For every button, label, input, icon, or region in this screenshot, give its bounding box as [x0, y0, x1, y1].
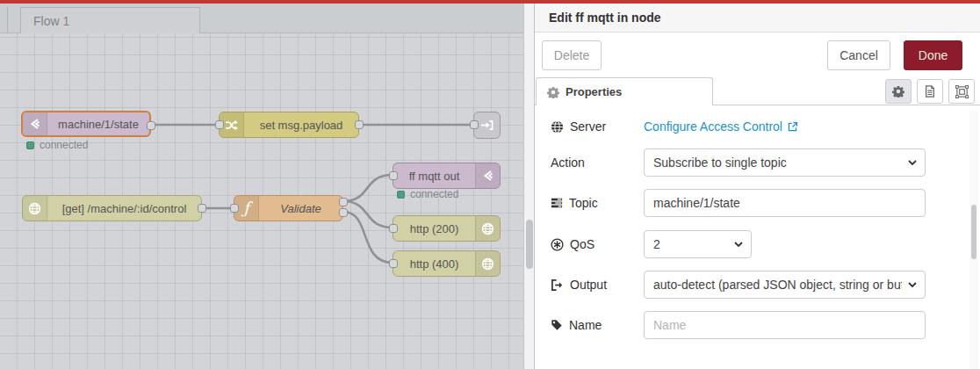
- globe-icon: [475, 251, 500, 276]
- sign-out-icon: [551, 279, 564, 292]
- delete-button[interactable]: Delete: [542, 40, 602, 70]
- topic-label: Topic: [551, 189, 598, 217]
- mqtt-icon: [23, 112, 47, 135]
- input-port[interactable]: [389, 224, 398, 233]
- name-label: Name: [551, 311, 602, 339]
- tab-label: Properties: [566, 85, 622, 98]
- appearance-button[interactable]: [948, 79, 975, 104]
- node-label: Validate: [259, 202, 342, 215]
- tray-scrollbar[interactable]: [969, 111, 978, 369]
- tab-flow-1[interactable]: Flow 1: [20, 7, 200, 34]
- output-port[interactable]: [198, 204, 206, 213]
- globe-icon: [23, 196, 47, 221]
- node-label: [get] /machine/:id/control: [47, 202, 201, 215]
- description-button[interactable]: [917, 79, 943, 104]
- tasks-icon: [551, 197, 563, 209]
- output-port[interactable]: [355, 120, 364, 129]
- flow-canvas[interactable]: Flow 1 machine/1/state: [0, 4, 534, 369]
- chevron-down-icon: [908, 282, 917, 288]
- topic-input[interactable]: [644, 189, 926, 217]
- action-label: Action: [551, 148, 585, 177]
- node-label: machine/1/state: [47, 118, 149, 131]
- input-port[interactable]: [230, 204, 239, 213]
- workspace-tab-bar: Flow 1: [0, 4, 534, 33]
- input-port[interactable]: [470, 120, 479, 129]
- gear-icon: [892, 85, 904, 98]
- input-port[interactable]: [215, 120, 224, 129]
- status-dot-connected: [397, 191, 405, 199]
- action-select[interactable]: Subscribe to single topic: [644, 148, 926, 177]
- status-dot-connected: [26, 141, 34, 149]
- tab-properties[interactable]: Properties: [536, 77, 713, 105]
- node-status: connected: [26, 139, 88, 151]
- wire: [343, 212, 393, 263]
- circled-asterisk-icon: [551, 238, 564, 251]
- properties-view-button[interactable]: [885, 79, 912, 104]
- wire: [343, 175, 393, 201]
- flow-tab-label: Flow 1: [21, 14, 69, 28]
- server-label: Server: [551, 112, 606, 141]
- properties-tab-bar: Properties: [535, 77, 980, 105]
- node-change[interactable]: set msg.payload: [219, 112, 359, 138]
- chevron-down-icon: [734, 242, 743, 248]
- output-port[interactable]: [147, 121, 155, 130]
- tray-title: Edit ff mqtt in node: [535, 11, 661, 25]
- workspace-grid[interactable]: machine/1/state connected set msg.payloa…: [0, 33, 523, 369]
- node-label: http (200): [393, 222, 475, 235]
- node-link-out[interactable]: [473, 112, 501, 139]
- tab-bar-stub: [0, 7, 8, 33]
- tray-scrollbar-thumb[interactable]: [971, 205, 976, 259]
- node-http-response-200[interactable]: http (200): [393, 215, 501, 242]
- document-icon: [924, 85, 936, 98]
- node-label: set msg.payload: [244, 119, 358, 132]
- qos-label: QoS: [551, 230, 594, 258]
- node-status: connected: [397, 188, 458, 200]
- output-port-2[interactable]: [339, 208, 348, 217]
- input-port[interactable]: [389, 259, 398, 268]
- qos-select[interactable]: 2: [644, 230, 752, 258]
- name-input[interactable]: [644, 311, 926, 339]
- tag-icon: [551, 319, 563, 331]
- tray-header: Edit ff mqtt in node: [535, 4, 980, 33]
- canvas-scrollbar-thumb[interactable]: [526, 220, 533, 269]
- node-label: ff mqtt out: [393, 170, 475, 183]
- edit-tray: Edit ff mqtt in node Delete Cancel Done …: [534, 4, 980, 369]
- node-red-editor: Flow 1 machine/1/state: [0, 0, 980, 369]
- output-label: Output: [551, 271, 607, 299]
- globe-icon: [475, 216, 500, 241]
- output-port-1[interactable]: [339, 198, 348, 206]
- external-link-icon: [787, 121, 798, 133]
- appearance-icon: [955, 85, 969, 98]
- node-label: http (400): [393, 257, 475, 271]
- gear-icon: [547, 86, 559, 98]
- node-http-response-400[interactable]: http (400): [393, 250, 501, 277]
- node-ff-mqtt-in[interactable]: machine/1/state: [21, 111, 151, 137]
- node-http-in[interactable]: [get] /machine/:id/control: [22, 195, 202, 221]
- output-select[interactable]: auto-detect (parsed JSON object, string …: [644, 271, 926, 299]
- mqtt-icon: [475, 163, 500, 188]
- canvas-scrollbar[interactable]: [523, 4, 534, 369]
- globe-icon: [551, 120, 564, 134]
- cancel-button[interactable]: Cancel: [827, 40, 890, 70]
- node-function-validate[interactable]: ƒ Validate: [234, 195, 343, 221]
- configure-access-control-link[interactable]: Configure Access Control: [644, 112, 798, 141]
- input-port[interactable]: [389, 171, 398, 180]
- chevron-down-icon: [908, 160, 917, 166]
- link-out-icon: [480, 119, 494, 132]
- node-ff-mqtt-out[interactable]: ff mqtt out: [393, 163, 501, 189]
- done-button[interactable]: Done: [904, 40, 962, 70]
